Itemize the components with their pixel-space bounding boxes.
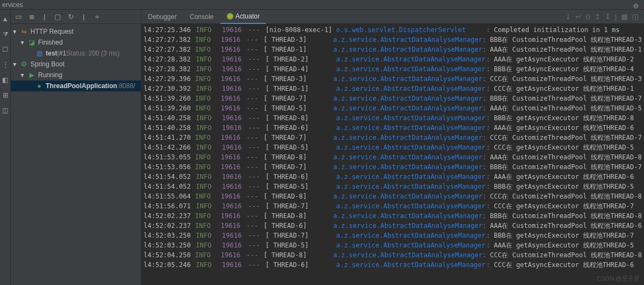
log-line: l4:51:42.266INFO19616---[ THREAD-5]a.z.s… <box>144 142 642 152</box>
log-line: l4:51:41.270INFO19616---[ THREAD-7]a.z.s… <box>144 133 642 142</box>
log-dash: --- <box>246 74 264 84</box>
add-icon[interactable]: ＋ <box>92 13 101 21</box>
console-toolbar: ⤓ ↩ ⎙ ↥ ↧ | ▦ ◫ <box>565 13 644 21</box>
log-colon: : <box>482 152 490 162</box>
log-dash: --- <box>248 113 265 123</box>
log-msg: CCC在 getAsyncExecutor 线程池THREAD-6 <box>494 260 634 270</box>
log-time: l4:27:25.346 <box>144 25 196 35</box>
log-colon: : <box>486 54 494 64</box>
log-level: INFO <box>195 74 221 84</box>
log-pid: 19616 <box>221 35 246 45</box>
log-thread: [ THREAD-3] <box>264 35 333 45</box>
tree-finished[interactable]: ▾ ◪ Finished <box>11 37 141 48</box>
split-icon[interactable]: ◫ <box>632 13 639 21</box>
log-msg: AAA在 getAsyncExecutor 线程池THREAD-6 <box>494 172 634 182</box>
window-title: ervices <box>2 1 23 9</box>
wrap-icon[interactable]: ↩ <box>575 13 581 21</box>
log-colon: : <box>482 133 490 142</box>
tree-spring-boot[interactable]: ▾ ❂ Spring Boot <box>11 59 141 70</box>
tree-test-run[interactable]: ▥ test | #1 Status: 200 (3 ms) <box>11 48 141 59</box>
filter-icon[interactable]: ⧩ <box>2 30 9 38</box>
log-line: l4:27:28.382INFO19616---[ THREAD-4]a.z.s… <box>144 64 642 74</box>
log-logger: a.z.service.AbstractDataAnalyseManager <box>336 172 486 182</box>
tab-debugger[interactable]: Debugger <box>141 10 183 24</box>
log-dash: --- <box>246 45 264 54</box>
log-pid: 19616 <box>222 240 248 250</box>
log-pid: 19616 <box>222 84 248 94</box>
log-logger: a.z.service.AbstractDataAnalyseManager <box>333 45 482 54</box>
log-level: INFO <box>196 54 222 64</box>
log-pid: 19616 <box>221 162 246 172</box>
hide-icon[interactable]: ☐ <box>2 46 9 53</box>
log-thread: [ THREAD-7] <box>265 231 336 240</box>
log-dash: --- <box>248 231 265 240</box>
log-colon: : <box>486 25 494 35</box>
log-thread: [ THREAD-6] <box>265 172 336 182</box>
run-panel: Debugger Console Actuator ⤓ ↩ ⎙ ↥ ↧ | ▦ … <box>141 10 644 285</box>
log-colon: : <box>486 123 494 133</box>
log-thread: [ THREAD-7] <box>264 133 333 142</box>
minimize-icon[interactable]: ⊖ <box>633 1 639 11</box>
log-pid: 19616 <box>222 201 248 211</box>
log-pid: 19616 <box>221 74 246 84</box>
log-msg: BBB在 CustomizeThreadPool 线程池THREAD-7 <box>490 94 642 103</box>
log-time: l4:51:41.270 <box>144 133 195 142</box>
log-dash: --- <box>246 211 264 221</box>
log-colon: : <box>482 35 490 45</box>
scroll-icon[interactable]: ⤓ <box>565 13 571 21</box>
refresh-icon[interactable]: ↻ <box>66 13 75 21</box>
log-thread: [ THREAD-6] <box>264 221 333 231</box>
title-bar: ervices ⊖ <box>0 0 644 10</box>
tool2-icon[interactable]: ⊞ <box>2 91 9 99</box>
run-icon[interactable]: ▲ <box>2 15 9 23</box>
log-thread: [ THREAD-1] <box>265 84 336 94</box>
log-line: l4:52:02.237INFO19616---[ THREAD-6]a.z.s… <box>144 221 642 231</box>
log-logger: a.z.service.AbstractDataAnalyseManager <box>336 113 486 123</box>
log-colon: : <box>486 201 494 211</box>
log-logger: a.z.service.AbstractDataAnalyseManager <box>333 94 482 103</box>
tree-running[interactable]: ▾ ▶ Running <box>11 70 141 80</box>
tree-http-request[interactable]: ▾ ⇋ HTTP Request <box>11 26 141 37</box>
log-dash: --- <box>246 191 264 201</box>
log-level: INFO <box>195 221 221 231</box>
log-level: INFO <box>195 133 221 142</box>
chevron-down-icon: ▾ <box>13 28 20 35</box>
up-icon[interactable]: ↥ <box>595 13 600 21</box>
log-time: l4:51:39.260 <box>144 103 195 113</box>
log-colon: : <box>486 142 494 152</box>
tree-app[interactable]: ● ThreadPoolApplication :8088/ <box>11 80 141 91</box>
log-time: l4:27:27.382 <box>144 35 195 45</box>
log-line: l4:27:27.382INFO19616---[ THREAD-1]a.z.s… <box>144 45 642 54</box>
console-output[interactable]: l4:27:25.346INFO19616---[nio-8088-exec-1… <box>141 24 644 285</box>
tab-console[interactable]: Console <box>183 10 220 24</box>
log-thread: [ THREAD-2] <box>265 54 336 64</box>
sep: | <box>615 13 617 21</box>
print-icon[interactable]: ⎙ <box>586 13 590 21</box>
log-line: l4:51:39.260INFO19616---[ THREAD-5]a.z.s… <box>144 103 642 113</box>
log-pid: 19616 <box>222 64 248 74</box>
tool1-icon[interactable]: ◧ <box>2 76 9 84</box>
label: Spring Boot <box>30 60 65 68</box>
down-icon[interactable]: ↧ <box>605 13 611 21</box>
log-line: l4:27:30.392INFO19616---[ THREAD-1]a.z.s… <box>144 84 642 94</box>
log-msg: BBB在 CustomizeThreadPool 线程池THREAD-8 <box>490 211 642 221</box>
more-icon[interactable]: ⋮ <box>2 61 9 69</box>
log-time: l4:51:53.056 <box>144 162 195 172</box>
tab-actuator[interactable]: Actuator <box>220 10 267 24</box>
log-colon: : <box>486 64 494 74</box>
collapse-icon[interactable]: ≣ <box>27 13 36 21</box>
log-time: l4:27:27.382 <box>144 45 195 54</box>
filter2-icon[interactable]: ▢ <box>53 13 62 21</box>
grid-icon[interactable]: ▦ <box>621 13 628 21</box>
tool3-icon[interactable]: ◫ <box>2 107 9 114</box>
log-dash: --- <box>248 25 265 35</box>
log-dash: --- <box>248 172 265 182</box>
expand-icon[interactable]: ▭ <box>14 13 23 21</box>
log-pid: 19616 <box>221 191 246 201</box>
log-colon: : <box>482 45 490 54</box>
log-pid: 19616 <box>221 133 246 142</box>
log-colon: : <box>482 103 490 113</box>
play-icon: ▶ <box>27 71 36 79</box>
log-level: INFO <box>196 25 222 35</box>
log-pid: 19616 <box>222 182 248 191</box>
